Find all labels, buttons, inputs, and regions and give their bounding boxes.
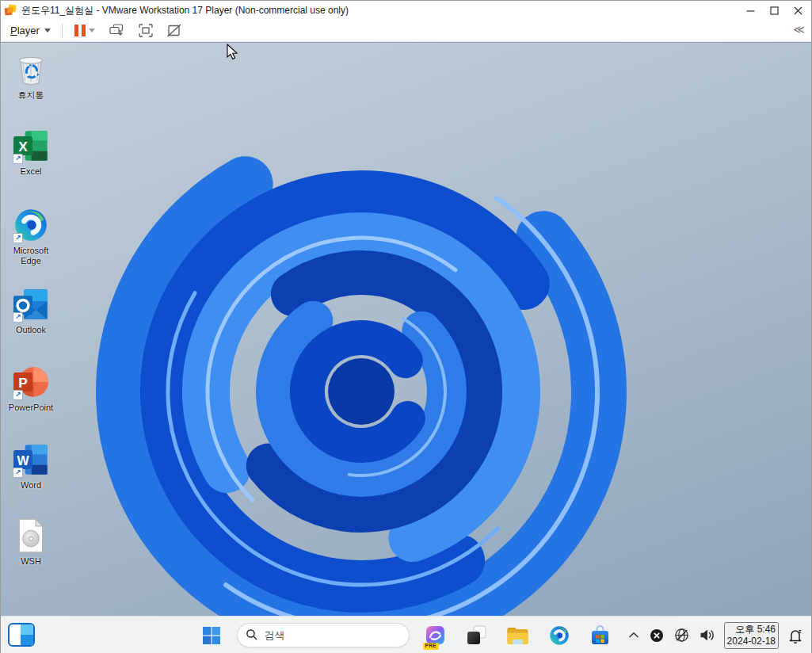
desktop-icon-label: Word bbox=[21, 480, 41, 491]
svg-text:W: W bbox=[17, 454, 29, 468]
taskbar-copilot-button[interactable]: PRE bbox=[421, 621, 451, 651]
microsoft-store-icon bbox=[590, 625, 610, 646]
shortcut-arrow-icon: ↗ bbox=[13, 233, 23, 243]
wsh-file-icon bbox=[12, 517, 50, 555]
widgets-button[interactable] bbox=[8, 623, 35, 647]
system-tray: 오후 5:46 2024-02-18 z bbox=[627, 617, 805, 653]
file-explorer-icon bbox=[507, 626, 528, 645]
wallpaper-bloom bbox=[1, 43, 811, 653]
notification-center-button[interactable]: z bbox=[786, 626, 805, 645]
desktop-icon-recycle-bin[interactable]: 휴지통 bbox=[1, 51, 61, 101]
close-icon bbox=[794, 6, 802, 15]
start-button[interactable] bbox=[197, 621, 226, 650]
widgets-icon bbox=[21, 624, 33, 645]
desktop-icon-label: Outlook bbox=[16, 325, 46, 335]
minimize-icon bbox=[746, 6, 755, 15]
pause-icon bbox=[74, 25, 86, 36]
maximize-button[interactable] bbox=[762, 1, 786, 20]
hidden-icons-button[interactable] bbox=[627, 630, 641, 640]
desktop-icon-label: Microsoft Edge bbox=[2, 246, 59, 266]
outlook-icon: ↗ bbox=[12, 285, 50, 323]
clock-date: 2024-02-18 bbox=[727, 636, 776, 647]
vmware-player-window: 윈도우11_실험실 - VMware Workstation 17 Player… bbox=[0, 0, 812, 653]
search-input[interactable] bbox=[237, 623, 410, 647]
taskbar-search bbox=[237, 623, 410, 647]
chevron-down-icon bbox=[89, 29, 95, 32]
globe-no-internet-icon bbox=[674, 628, 689, 643]
full-screen-button[interactable] bbox=[135, 21, 157, 40]
taskbar-task-view-button[interactable] bbox=[462, 621, 492, 651]
chevron-down-icon bbox=[44, 29, 51, 32]
taskbar-clock[interactable]: 오후 5:46 2024-02-18 bbox=[724, 622, 779, 649]
maximize-icon bbox=[770, 6, 779, 15]
desktop-icon-wsh[interactable]: WSH bbox=[1, 517, 61, 567]
edge-icon: ↗ bbox=[12, 206, 50, 244]
volume-button[interactable] bbox=[698, 627, 717, 643]
windows-logo-icon bbox=[202, 626, 221, 645]
windows-taskbar: PRE bbox=[1, 616, 811, 653]
title-bar: 윈도우11_실험실 - VMware Workstation 17 Player… bbox=[1, 1, 811, 20]
svg-text:z: z bbox=[799, 628, 802, 635]
shortcut-arrow-icon: ↗ bbox=[13, 390, 23, 400]
minimize-button[interactable] bbox=[738, 1, 762, 20]
powerpoint-icon: P ↗ bbox=[12, 363, 50, 401]
edge-icon bbox=[549, 625, 570, 646]
copilot-preview-badge: PRE bbox=[423, 643, 439, 650]
window-title: 윈도우11_실험실 - VMware Workstation 17 Player… bbox=[21, 4, 349, 17]
vmware-logo-icon bbox=[4, 4, 17, 17]
vmware-toolbar: Player ≪ bbox=[1, 20, 811, 42]
shortcut-arrow-icon: ↗ bbox=[13, 154, 23, 164]
desktop-icon-label: WSH bbox=[21, 556, 41, 567]
taskbar-store-button[interactable] bbox=[585, 621, 616, 651]
full-screen-icon bbox=[139, 24, 153, 37]
desktop-icon-word[interactable]: W ↗ Word bbox=[1, 441, 61, 491]
vm-display: 휴지통 X ↗ Excel bbox=[1, 42, 811, 653]
word-icon: W ↗ bbox=[12, 441, 50, 479]
search-icon bbox=[246, 628, 258, 644]
desktop-icon-label: Excel bbox=[21, 166, 42, 177]
shortcut-arrow-icon: ↗ bbox=[13, 468, 23, 478]
unity-mode-button[interactable] bbox=[163, 21, 185, 40]
chevron-up-icon bbox=[628, 632, 639, 639]
player-menu-label: Player bbox=[10, 25, 40, 36]
task-view-icon bbox=[467, 625, 486, 645]
desktop-icon-label: PowerPoint bbox=[9, 403, 53, 413]
svg-text:X: X bbox=[18, 139, 28, 155]
window-controls bbox=[738, 1, 810, 20]
close-circle-icon bbox=[650, 628, 664, 643]
unity-mode-icon bbox=[167, 24, 181, 37]
toolbar-divider bbox=[62, 24, 63, 38]
notification-bell-dnd-icon: z bbox=[787, 628, 803, 643]
svg-text:P: P bbox=[18, 375, 28, 391]
recycle-bin-icon bbox=[12, 51, 50, 89]
desktop-icon-label: 휴지통 bbox=[18, 90, 44, 101]
send-ctrl-alt-del-icon bbox=[109, 24, 124, 37]
desktop-icon-powerpoint[interactable]: P ↗ PowerPoint bbox=[1, 363, 61, 413]
taskbar-edge-button[interactable] bbox=[544, 621, 574, 651]
desktop-icon-excel[interactable]: X ↗ Excel bbox=[1, 127, 61, 177]
send-ctrl-alt-del-button[interactable] bbox=[105, 21, 128, 40]
suspend-vm-button[interactable] bbox=[71, 22, 99, 39]
speaker-icon bbox=[700, 628, 715, 642]
tray-status-button[interactable] bbox=[648, 627, 665, 644]
desktop-icon-outlook[interactable]: ↗ Outlook bbox=[1, 285, 61, 335]
clock-time: 오후 5:46 bbox=[727, 624, 776, 636]
excel-icon: X ↗ bbox=[12, 127, 50, 165]
shortcut-arrow-icon: ↗ bbox=[13, 312, 23, 323]
collapse-toolbar-button[interactable]: ≪ bbox=[793, 23, 803, 36]
desktop-icon-edge[interactable]: ↗ Microsoft Edge bbox=[1, 206, 61, 266]
taskbar-center-group: PRE bbox=[197, 617, 616, 653]
taskbar-file-explorer-button[interactable] bbox=[503, 621, 533, 651]
player-menu-button[interactable]: Player bbox=[7, 23, 54, 38]
close-button[interactable] bbox=[786, 1, 810, 20]
network-button[interactable] bbox=[673, 626, 691, 644]
